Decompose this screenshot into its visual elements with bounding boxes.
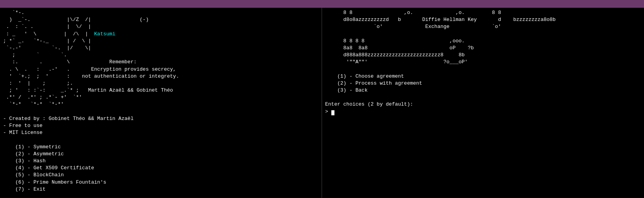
prompt-right: Enter choices (2 by default): >	[325, 101, 413, 114]
menu-left: (1) - Symmetric (2) - Asymmetric (3) - H…	[3, 144, 106, 192]
ascii-art-left: `*-. ) _`-. |\/Z /| (-) . : `. . | \/ | …	[3, 10, 179, 107]
ascii-art-right: 8 8 ,o. ,o. 8 8 d8o8azzzzzzzzzd b Diffie…	[325, 10, 556, 65]
content-area: `*-. ) _`-. |\/Z /| (-) . : `. . | \/ | …	[0, 8, 644, 198]
cursor-right	[331, 110, 334, 115]
credits: - Created by : Gobinet Théo && Martin Az…	[3, 116, 133, 135]
right-pane[interactable]: 8 8 ,o. ,o. 8 8 d8o8azzzzzzzzzd b Diffie…	[322, 8, 644, 198]
left-pane[interactable]: `*-. ) _`-. |\/Z /| (-) . : `. . | \/ | …	[0, 8, 322, 198]
title-bar	[0, 0, 644, 8]
menu-right: (1) - Choose agreement (2) - Process wit…	[325, 73, 422, 93]
